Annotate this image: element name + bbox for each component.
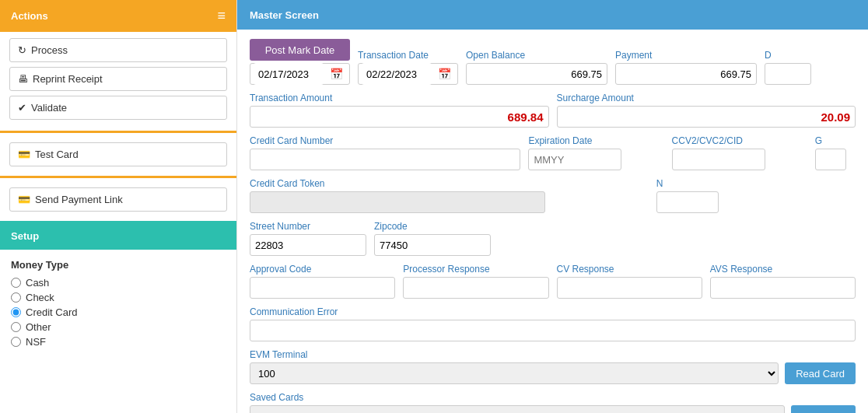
setup-title: Setup — [11, 230, 39, 242]
zipcode-input[interactable] — [374, 234, 491, 256]
post-mark-date-input[interactable] — [254, 63, 324, 85]
check-radio[interactable] — [11, 292, 21, 303]
credit-card-token-group: Credit Card Token — [250, 178, 649, 213]
credit-card-radio[interactable] — [11, 307, 21, 317]
master-title: Master Screen — [250, 9, 319, 21]
g-input[interactable] — [815, 149, 846, 170]
credit-card-icon: 💳 — [18, 194, 30, 205]
other-option[interactable]: Other — [11, 321, 226, 333]
avs-response-input[interactable] — [710, 277, 856, 299]
cash-option[interactable]: Cash — [11, 277, 226, 289]
setup-body: Money Type Cash Check Credit Card Other … — [0, 250, 236, 360]
street-number-label: Street Number — [250, 221, 366, 232]
use-card-button[interactable]: Use Card — [791, 405, 856, 413]
test-card-button[interactable]: 💳 Test Card — [9, 142, 227, 166]
communication-error-label: Communication Error — [250, 306, 856, 317]
street-number-group: Street Number — [250, 221, 366, 256]
transaction-amount-label: Transaction Amount — [250, 93, 549, 103]
reprint-receipt-button[interactable]: 🖶 Reprint Receipt — [9, 67, 227, 91]
surcharge-amount-label: Surcharge Amount — [557, 93, 856, 103]
check-label: Check — [26, 292, 54, 303]
transaction-date-input[interactable] — [362, 63, 432, 85]
process-label: Process — [31, 44, 68, 56]
payment-label: Payment — [615, 50, 757, 61]
post-mark-calendar-icon[interactable]: 📅 — [327, 68, 346, 80]
saved-cards-row-inner: Use Card — [250, 405, 856, 413]
checkmark-icon: ✔ — [18, 102, 26, 114]
g-group: G — [815, 135, 856, 170]
post-mark-date-input-container: 📅 — [250, 63, 350, 85]
post-mark-date-group: Post Mark Date 📅 — [250, 39, 350, 85]
evm-row: EVM Terminal 100 Read Card — [250, 349, 856, 384]
transaction-date-label: Transaction Date — [358, 50, 458, 61]
setup-header: Setup — [0, 221, 236, 250]
other-label: Other — [26, 321, 51, 333]
street-number-input[interactable] — [250, 234, 366, 256]
expiration-date-input[interactable] — [528, 149, 621, 170]
credit-card-label: Credit Card — [26, 306, 77, 318]
n-label: N — [656, 178, 856, 189]
d-group: D — [765, 50, 811, 85]
actions-header: Actions ≡ — [0, 0, 236, 32]
actions-title: Actions — [11, 10, 48, 22]
credit-card-number-group: Credit Card Number — [250, 135, 520, 170]
credit-card-option[interactable]: Credit Card — [11, 306, 226, 318]
sidebar: Actions ≡ ↻ Process 🖶 Reprint Receipt ✔ … — [0, 0, 237, 413]
send-payment-label: Send Payment Link — [35, 194, 123, 205]
card-icon: 💳 — [18, 149, 30, 160]
read-card-button[interactable]: Read Card — [785, 362, 856, 384]
process-button[interactable]: ↻ Process — [9, 38, 227, 62]
validate-label: Validate — [31, 102, 67, 114]
saved-cards-select[interactable] — [250, 405, 785, 413]
actions-buttons-section: ↻ Process 🖶 Reprint Receipt ✔ Validate — [0, 32, 236, 133]
payment-input[interactable] — [615, 63, 757, 85]
evm-terminal-label: EVM Terminal — [250, 349, 856, 360]
credit-card-number-label: Credit Card Number — [250, 135, 520, 146]
ccv-group: CCV2/CVC2/CID — [672, 135, 807, 170]
other-radio[interactable] — [11, 322, 21, 332]
credit-card-token-input[interactable] — [250, 191, 545, 213]
nsf-radio[interactable] — [11, 337, 21, 347]
nsf-label: NSF — [26, 336, 46, 348]
approval-code-group: Approval Code — [250, 264, 395, 299]
check-option[interactable]: Check — [11, 292, 226, 303]
validate-button[interactable]: ✔ Validate — [9, 96, 227, 120]
transaction-calendar-icon[interactable]: 📅 — [435, 68, 454, 80]
credit-card-token-label: Credit Card Token — [250, 178, 649, 189]
send-payment-section: 💳 Send Payment Link — [0, 178, 236, 221]
processor-response-input[interactable] — [403, 277, 548, 299]
saved-cards-row: Saved Cards Use Card — [250, 392, 856, 413]
processor-response-group: Processor Response — [403, 264, 548, 299]
cash-radio[interactable] — [11, 278, 21, 288]
printer-icon: 🖶 — [18, 73, 28, 85]
ccv-input[interactable] — [672, 149, 765, 170]
hamburger-icon[interactable]: ≡ — [217, 8, 226, 24]
evm-terminal-group: EVM Terminal 100 Read Card — [250, 349, 856, 384]
n-input[interactable] — [656, 191, 719, 213]
transaction-amount-input[interactable] — [250, 106, 549, 128]
payment-group: Payment — [615, 50, 757, 85]
reprint-label: Reprint Receipt — [33, 73, 103, 85]
cv-response-input[interactable] — [557, 277, 702, 299]
token-row: Credit Card Token N — [250, 178, 856, 213]
communication-error-group: Communication Error — [250, 306, 856, 341]
response-row: Approval Code Processor Response CV Resp… — [250, 264, 856, 299]
cash-label: Cash — [26, 277, 49, 289]
open-balance-input[interactable] — [466, 63, 607, 85]
nsf-option[interactable]: NSF — [11, 336, 226, 348]
expiration-date-label: Expiration Date — [528, 135, 663, 146]
saved-cards-group: Saved Cards Use Card — [250, 392, 856, 413]
approval-code-label: Approval Code — [250, 264, 395, 275]
post-mark-date-button[interactable]: Post Mark Date — [250, 39, 350, 61]
approval-code-input[interactable] — [250, 277, 395, 299]
communication-error-input[interactable] — [250, 320, 856, 341]
open-balance-group: Open Balance — [466, 50, 607, 85]
money-type-label: Money Type — [11, 259, 226, 271]
credit-card-number-input[interactable] — [250, 149, 520, 170]
processor-response-label: Processor Response — [403, 264, 548, 275]
surcharge-amount-input[interactable] — [557, 106, 856, 128]
transaction-date-input-container: 📅 — [358, 63, 458, 85]
send-payment-button[interactable]: 💳 Send Payment Link — [9, 187, 227, 212]
d-input[interactable] — [765, 63, 811, 85]
evm-terminal-select[interactable]: 100 — [250, 362, 779, 384]
